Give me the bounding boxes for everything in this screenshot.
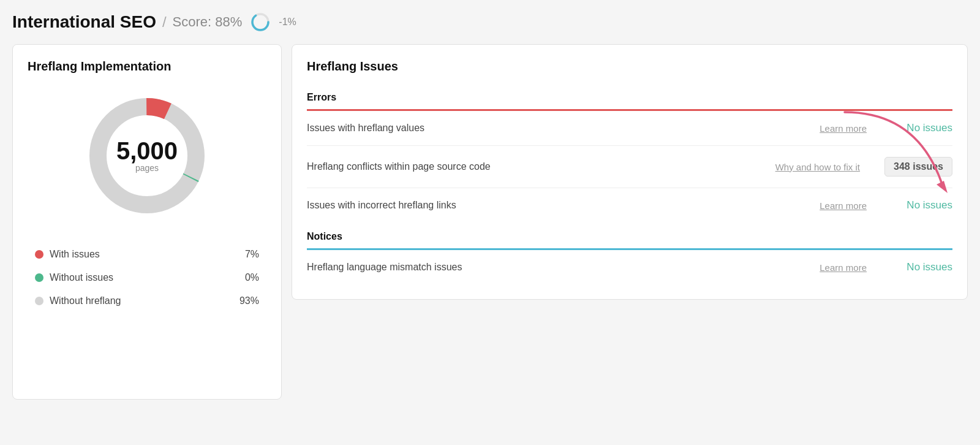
notices-section: Notices Hreflang language mismatch issue… (307, 225, 952, 284)
legend-label-without-hreflang: Without hreflang (50, 295, 121, 306)
score-circle-icon (251, 12, 270, 32)
legend-percent-without-issues: 0% (245, 272, 259, 283)
notices-section-header: Notices (307, 225, 952, 248)
main-content: Hreflang Implementation 5,000 pages With… (12, 44, 968, 400)
legend-item-with-issues: With issues 7% (35, 243, 259, 266)
separator: / (162, 13, 167, 31)
score-label: Score: 88% (173, 14, 243, 30)
donut-chart-container: 5,000 pages (28, 88, 266, 223)
legend-item-without-hreflang: Without hreflang 93% (35, 289, 259, 313)
legend-label-without-issues: Without issues (50, 272, 113, 283)
issue-name-hreflang-conflicts: Hreflang conflicts within page source co… (307, 161, 775, 172)
donut-label: pages (116, 163, 178, 173)
legend-dot-without-issues (35, 273, 43, 282)
issue-row-hreflang-conflicts: Hreflang conflicts within page source co… (307, 146, 952, 188)
legend-dot-without-hreflang (35, 297, 43, 305)
legend-percent-without-hreflang: 93% (239, 295, 259, 306)
status-language-mismatch: No issues (891, 261, 952, 273)
issue-name-hreflang-values: Issues with hreflang values (307, 123, 820, 134)
legend-item-without-issues: Without issues 0% (35, 266, 259, 289)
legend: With issues 7% Without issues 0% Without… (28, 243, 266, 313)
issue-name-incorrect-hreflang: Issues with incorrect hreflang links (307, 200, 820, 211)
status-incorrect-hreflang: No issues (891, 199, 952, 211)
issue-row-incorrect-hreflang: Issues with incorrect hreflang links Lea… (307, 188, 952, 222)
status-hreflang-conflicts[interactable]: 348 issues (884, 157, 952, 177)
legend-percent-with-issues: 7% (245, 249, 259, 260)
issue-name-language-mismatch: Hreflang language mismatch issues (307, 262, 820, 273)
right-card-title: Hreflang Issues (307, 59, 952, 74)
hreflang-implementation-card: Hreflang Implementation 5,000 pages With… (12, 44, 282, 400)
left-card-title: Hreflang Implementation (28, 59, 266, 74)
learn-more-hreflang-values[interactable]: Learn more (820, 123, 867, 134)
errors-section: Errors Issues with hreflang values Learn… (307, 86, 952, 222)
hreflang-issues-card: Hreflang Issues Errors Issues with hrefl… (292, 44, 968, 300)
learn-more-incorrect-hreflang[interactable]: Learn more (820, 200, 867, 211)
page-title: International SEO (12, 12, 156, 32)
donut-center: 5,000 pages (116, 139, 178, 173)
issue-row-language-mismatch: Hreflang language mismatch issues Learn … (307, 250, 952, 284)
page-header: International SEO / Score: 88% -1% (12, 12, 968, 32)
status-hreflang-values: No issues (891, 122, 952, 134)
legend-label-with-issues: With issues (50, 249, 100, 260)
errors-section-header: Errors (307, 86, 952, 109)
why-fix-hreflang-conflicts[interactable]: Why and how to fix it (775, 162, 860, 172)
learn-more-language-mismatch[interactable]: Learn more (820, 262, 867, 273)
legend-dot-with-issues (35, 250, 43, 259)
score-delta: -1% (279, 17, 296, 28)
issue-row-hreflang-values: Issues with hreflang values Learn more N… (307, 111, 952, 146)
donut-number: 5,000 (116, 139, 178, 163)
